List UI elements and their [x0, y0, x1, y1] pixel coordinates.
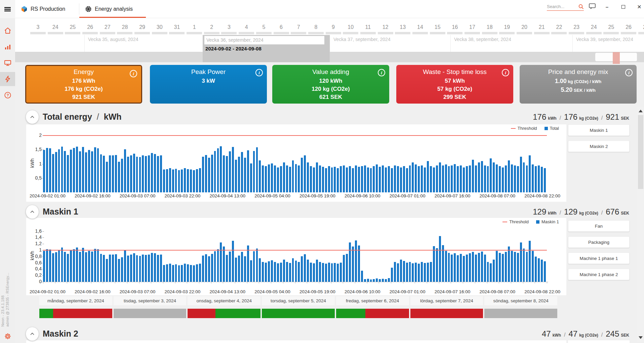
- kpi-card-waste-stop-time-loss[interactable]: Waste - Stop time lossi57 kWh57 kg (CO2e…: [396, 65, 513, 104]
- bar: [514, 165, 516, 192]
- kpi-card-title: Peak Power: [150, 68, 267, 76]
- sidebar-item-help[interactable]: ?: [0, 88, 15, 102]
- timeline-week[interactable]: Vecka 37, september, 2024: [330, 35, 450, 52]
- bar: [424, 167, 426, 192]
- x-axis-tick: [43, 282, 43, 283]
- bar: [130, 255, 132, 282]
- x-axis-tick: [415, 282, 415, 283]
- bar: [148, 155, 150, 192]
- stat-separator: /: [560, 115, 561, 121]
- bar: [343, 255, 345, 282]
- day-segment-gray: [484, 309, 557, 318]
- window-maximize-button[interactable]: [619, 3, 628, 11]
- timeline-week[interactable]: Vecka 35, augusti, 2024: [84, 35, 203, 52]
- bar: [493, 260, 495, 282]
- y-axis-label: 1,4: [26, 234, 42, 240]
- window-minimize-button[interactable]: –: [603, 3, 611, 11]
- bar: [295, 261, 297, 282]
- bar: [139, 157, 141, 192]
- bar: [331, 167, 333, 192]
- side-button-machine-1-phase-2[interactable]: Machine 1 phase 2: [568, 269, 630, 280]
- x-axis-tick: [427, 282, 427, 283]
- side-button-maskin-2[interactable]: Maskin 2: [568, 141, 630, 152]
- bar: [445, 251, 447, 282]
- kpi-value-number: 921: [72, 94, 82, 100]
- bar: [418, 166, 420, 192]
- day-segment-green: [336, 309, 365, 318]
- kpi-card-peak-power[interactable]: Peak Poweri3 kW: [150, 65, 267, 104]
- kpi-card-energy[interactable]: Energyi176 kWh176 kg (CO2e)921 SEK: [25, 65, 142, 104]
- bar: [250, 260, 252, 282]
- day-segment-green: [39, 309, 53, 318]
- feedback-chat-button[interactable]: [589, 3, 596, 11]
- info-icon[interactable]: i: [625, 69, 633, 76]
- bar: [472, 252, 474, 282]
- window-close-button[interactable]: ✕: [635, 3, 644, 11]
- menu-button[interactable]: [0, 0, 15, 18]
- x-axis-tick: [451, 282, 451, 283]
- bar: [418, 264, 420, 282]
- maskin2-collapse-button[interactable]: [26, 327, 39, 341]
- bar: [217, 249, 219, 282]
- section-title-text: Maskin 1: [43, 207, 78, 216]
- kpi-value-number: 176: [72, 78, 82, 84]
- x-axis-tick: [523, 282, 523, 283]
- sidebar-item-home[interactable]: [0, 24, 15, 38]
- side-button-fan[interactable]: Fan: [568, 220, 630, 232]
- bar: [226, 255, 228, 282]
- kpi-card-value-adding[interactable]: Value addingi120 kWh120 kg (CO2e)621 SEK: [272, 65, 389, 104]
- info-icon[interactable]: i: [130, 70, 137, 77]
- threshold-line: [43, 250, 547, 251]
- side-button-maskin-1[interactable]: Maskin 1: [568, 124, 630, 136]
- sidebar-item-reports[interactable]: [0, 40, 15, 54]
- bar: [253, 251, 255, 282]
- total-energy-title: Total energy/kWh: [43, 112, 122, 122]
- timeline-scrollbar-thumb[interactable]: [595, 53, 637, 61]
- bar: [160, 155, 162, 192]
- bar: [148, 255, 150, 282]
- section-unit-selector[interactable]: kWh: [104, 112, 122, 121]
- side-button-packaging[interactable]: Packaging: [568, 236, 630, 248]
- timeline-week[interactable]: Vecka 38, september, 2024: [450, 35, 572, 52]
- tab-label: Energy analysis: [95, 6, 133, 12]
- scroll-up-arrow[interactable]: [639, 110, 643, 112]
- sidebar-item-energy[interactable]: [0, 72, 15, 86]
- stat-value: 245: [606, 329, 619, 339]
- x-axis-tick: [379, 282, 379, 283]
- x-axis-tick: [271, 282, 271, 283]
- bar: [100, 254, 102, 282]
- timeline-week[interactable]: Vecka 39, september, 2024: [572, 35, 644, 52]
- maskin2-title: Maskin 2: [43, 329, 78, 339]
- bar: [406, 168, 408, 192]
- sidebar-item-screens[interactable]: [0, 56, 15, 70]
- info-icon[interactable]: i: [502, 69, 509, 76]
- page-scrollbar[interactable]: [637, 107, 644, 342]
- bar: [106, 162, 108, 192]
- bar: [505, 252, 507, 282]
- maskin1-collapse-button[interactable]: [26, 205, 39, 219]
- info-icon[interactable]: i: [378, 69, 385, 76]
- bar: [376, 164, 378, 192]
- bar: [94, 147, 96, 192]
- scroll-down-arrow[interactable]: [639, 336, 643, 339]
- timeline-week-selected[interactable]: Vecka 36, september, 20242024-09-02 - 20…: [203, 35, 330, 62]
- total-energy-collapse-button[interactable]: [26, 110, 39, 124]
- tab-energy-analysis[interactable]: Energy analysis: [79, 0, 146, 18]
- bar: [220, 146, 222, 192]
- bar: [43, 251, 45, 282]
- timeline-date-picker[interactable]: 3242526272829303112345678910111213141516…: [15, 18, 644, 52]
- bar: [196, 169, 198, 192]
- y-axis-label: 0,2: [26, 272, 42, 278]
- tab-rs-production[interactable]: RS Production: [15, 0, 79, 18]
- page-scrollbar-thumb[interactable]: [638, 115, 643, 189]
- bar: [271, 260, 273, 282]
- stat-value: 176: [564, 112, 577, 122]
- side-button-machine-1-phase-1[interactable]: Machine 1 phase 1: [568, 253, 630, 264]
- day-label-4: torsdag, september 5, 2024: [262, 296, 335, 305]
- bar: [412, 263, 414, 282]
- search-input[interactable]: Search...: [547, 3, 584, 11]
- settings-button[interactable]: [0, 330, 15, 343]
- info-icon[interactable]: i: [255, 69, 263, 76]
- kpi-card-price-and-energy-mix[interactable]: Price and energy mixi1.00 kg (CO2e) / kW…: [520, 65, 637, 104]
- bar: [229, 252, 231, 282]
